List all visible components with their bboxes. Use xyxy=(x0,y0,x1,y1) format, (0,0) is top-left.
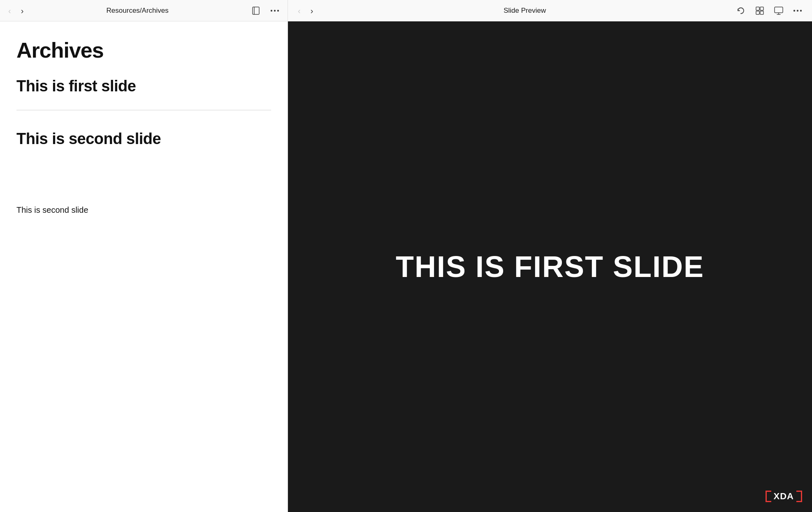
svg-point-14 xyxy=(800,9,802,11)
ellipsis-icon-left xyxy=(270,9,279,12)
more-options-button-left[interactable] xyxy=(269,5,281,17)
forward-button[interactable]: › xyxy=(19,5,26,16)
svg-point-12 xyxy=(793,9,795,11)
left-nav-arrows: ‹ › xyxy=(7,5,25,16)
grid-view-button[interactable] xyxy=(754,5,766,17)
left-pane: Archives This is first slide This is sec… xyxy=(0,21,288,512)
ellipsis-icon-right xyxy=(793,9,802,12)
svg-point-4 xyxy=(277,9,279,11)
slide-body-text: This is second slide xyxy=(16,205,271,215)
breadcrumb: Resources/Archives xyxy=(32,7,243,15)
right-forward-button[interactable]: › xyxy=(309,5,315,16)
undo-icon xyxy=(736,6,745,15)
right-pane-icons xyxy=(735,5,804,17)
svg-rect-9 xyxy=(775,7,783,13)
svg-point-3 xyxy=(274,9,276,11)
right-nav-arrows: ‹ › xyxy=(296,5,315,16)
xda-bracket-left xyxy=(766,491,771,502)
page-title: Archives xyxy=(16,38,271,63)
xda-watermark: XDA xyxy=(766,491,802,502)
xda-bracket-right xyxy=(796,491,802,502)
grid-icon xyxy=(755,6,764,15)
svg-rect-0 xyxy=(253,7,259,14)
slide-preview-title: Slide Preview xyxy=(315,7,735,15)
right-back-button[interactable]: ‹ xyxy=(296,5,302,16)
section-divider xyxy=(16,110,271,110)
svg-point-13 xyxy=(797,9,798,11)
breadcrumb-current: Archives xyxy=(142,7,169,14)
undo-button[interactable] xyxy=(735,5,747,17)
back-button[interactable]: ‹ xyxy=(7,5,13,16)
left-pane-icons xyxy=(250,5,281,17)
right-pane: THIS IS FIRST SLIDE XDA xyxy=(288,21,812,512)
second-slide-heading: This is second slide xyxy=(16,130,271,148)
first-slide-heading: This is first slide xyxy=(16,77,271,95)
svg-point-2 xyxy=(271,9,272,11)
svg-rect-6 xyxy=(760,7,763,10)
right-pane-header: ‹ › Slide Preview xyxy=(288,0,812,21)
svg-rect-5 xyxy=(756,7,759,10)
xda-text: XDA xyxy=(774,491,794,502)
monitor-icon xyxy=(774,6,783,15)
svg-rect-7 xyxy=(756,11,759,14)
svg-rect-8 xyxy=(760,11,763,14)
left-pane-header: ‹ › Resources/Archives xyxy=(0,0,288,21)
content-area: Archives This is first slide This is sec… xyxy=(0,21,812,512)
slide-preview-text: THIS IS FIRST SLIDE xyxy=(379,250,721,284)
book-icon xyxy=(251,6,260,15)
top-bar: ‹ › Resources/Archives xyxy=(0,0,812,21)
more-options-button-right[interactable] xyxy=(791,8,804,14)
book-icon-button[interactable] xyxy=(250,5,262,17)
monitor-button[interactable] xyxy=(773,5,785,17)
breadcrumb-parent[interactable]: Resources xyxy=(107,7,140,14)
